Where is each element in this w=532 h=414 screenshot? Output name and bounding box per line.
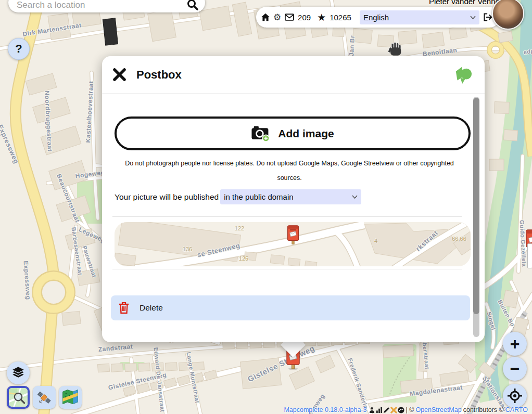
chevron-down-icon (352, 195, 358, 199)
divider (112, 269, 462, 269)
popup-body: Add image Do not photograph people nor l… (102, 95, 472, 341)
delete-button[interactable]: Delete (111, 295, 470, 320)
license-value: in the public domain (224, 192, 293, 201)
search-bar (8, 0, 205, 12)
zoom-in-button[interactable]: + (503, 332, 527, 356)
layers-icon (10, 365, 26, 381)
close-button[interactable] (111, 67, 127, 83)
attribution-bar: Mapcomplete 0.18.0-alpha-3 | © OpenStree… (284, 406, 528, 413)
language-value: English (363, 13, 389, 22)
chevron-down-icon (470, 16, 476, 19)
attribution-icons (369, 407, 404, 413)
mapcomplete-version-link[interactable]: Mapcomplete 0.18.0-alpha-3 (284, 406, 366, 413)
carto-link[interactable]: CARTO (505, 406, 528, 413)
mapcomplete-app: Dirk MartensstraatklaanJan BrBenoitlaane… (0, 0, 532, 414)
pencil-icon[interactable] (383, 407, 390, 413)
license-select[interactable]: in the public domain (220, 189, 361, 204)
osm-link[interactable]: OpenStreetMap (415, 406, 461, 413)
delete-label: Delete (140, 303, 163, 313)
search-icon[interactable] (186, 0, 199, 11)
attribution-contributors: contributors © (463, 406, 504, 413)
user-name[interactable]: Pieter vander Vennet (429, 0, 502, 6)
satellite-icon (35, 389, 53, 406)
mail-icon[interactable] (285, 14, 294, 21)
image-license-note: Do not photograph people nor license pla… (115, 156, 464, 185)
star-icon: ★ (317, 11, 326, 23)
mapcomplete-logo-icon (453, 65, 473, 85)
user-bar: ⚙ 209 ★ 10265 English (256, 7, 500, 28)
zoom-out-button[interactable]: − (503, 357, 527, 381)
camera-add-icon (251, 125, 271, 142)
add-image-button[interactable]: Add image (115, 117, 471, 150)
style-button-map[interactable] (59, 386, 82, 409)
search-input[interactable] (17, 0, 186, 10)
feature-minimap[interactable]: se Steenwegrkstraat122136125466;66 (115, 222, 471, 266)
popup-scrollbar-thumb[interactable] (473, 98, 479, 314)
close-icon (112, 68, 126, 82)
popup-title: Postbox (136, 68, 453, 82)
josm-icon[interactable] (390, 407, 397, 413)
popup-header: Postbox (102, 56, 485, 94)
crosshair-icon (507, 388, 523, 404)
divider (112, 216, 462, 217)
folded-map-icon (61, 388, 80, 407)
home-icon[interactable] (261, 13, 270, 21)
chart-icon[interactable] (376, 407, 383, 413)
marker-popup-edge (527, 243, 532, 268)
trash-icon (119, 302, 129, 314)
publish-prefix: Your picture will be published (115, 192, 219, 202)
osm-map-icon (9, 387, 28, 408)
layers-button[interactable] (7, 361, 30, 384)
messages-count: 209 (298, 13, 311, 22)
style-button-satellite[interactable] (33, 386, 56, 409)
stars-count: 10265 (330, 13, 351, 22)
gear-icon[interactable]: ⚙ (273, 12, 281, 23)
person-icon[interactable] (369, 407, 375, 413)
feature-popup: Postbox Add image Do not photograph (102, 56, 485, 342)
minimap-postbox-marker (286, 225, 300, 248)
add-image-label: Add image (278, 127, 334, 140)
publish-row: Your picture will be published in the pu… (115, 189, 460, 204)
geolocate-button[interactable] (503, 384, 527, 408)
style-button-osm-carto[interactable] (7, 386, 30, 409)
attribution-pipe: | © (406, 406, 414, 413)
logout-icon[interactable] (483, 12, 492, 22)
circle-icon[interactable] (398, 407, 404, 413)
language-select[interactable]: English (360, 10, 479, 24)
background-style-switcher (7, 386, 82, 409)
help-button[interactable]: ? (8, 38, 30, 60)
